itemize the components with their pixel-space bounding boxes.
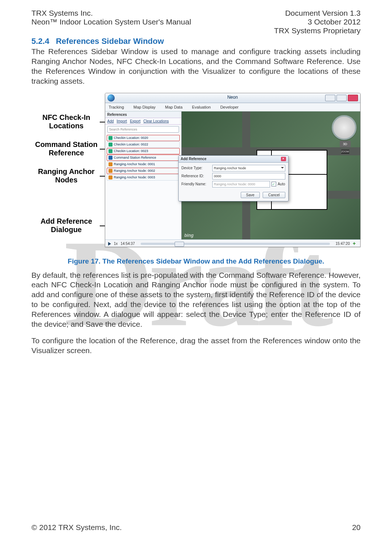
app-window: Neon Tracking Map Display Map Data Evalu… <box>105 93 361 247</box>
body-paragraph-3: To configure the location of the Referen… <box>31 336 361 356</box>
reference-item[interactable]: Checkin Location: 0023 <box>107 148 180 154</box>
header-product: Neon™ Indoor Location System User's Manu… <box>31 18 191 26</box>
header-version: Document Version 1.3 <box>285 9 361 18</box>
reference-item[interactable]: Ranging Anchor Node: 0001 <box>107 161 180 167</box>
menu-map-display[interactable]: Map Display <box>133 105 156 109</box>
add-button[interactable]: Add <box>107 119 114 123</box>
callout-command-station: Command Station Reference <box>32 140 101 157</box>
reference-label: Checkin Location: 0022 <box>114 143 148 146</box>
page-header: TRX Systems Inc. Neon™ Indoor Location S… <box>31 9 361 35</box>
dialog-close-icon[interactable]: × <box>281 157 286 161</box>
minimize-button[interactable] <box>325 95 335 101</box>
reference-icon <box>109 162 113 166</box>
footer-copyright: © 2012 TRX Systems, Inc. <box>31 523 122 532</box>
time-start: 14:54:37 <box>121 242 135 246</box>
page-number: 20 <box>352 523 361 532</box>
window-titlebar: Neon <box>105 93 360 103</box>
add-reference-dialog: Add Reference × Device Type: Ranging Anc… <box>178 155 289 201</box>
references-list: Checkin Location: 0020Checkin Location: … <box>105 134 181 181</box>
header-date: 3 October 2012 <box>308 18 361 26</box>
header-company: TRX Systems Inc. <box>31 9 191 18</box>
3d-toggle-button[interactable]: 3D <box>340 141 351 147</box>
device-type-label: Device Type: <box>182 166 210 170</box>
device-type-select[interactable]: Ranging Anchor Node <box>212 165 285 171</box>
bing-attribution: bing <box>184 233 194 238</box>
reference-label: Ranging Anchor Node: 0001 <box>114 162 155 166</box>
auto-checkbox[interactable]: ✓ <box>271 182 276 186</box>
intro-paragraph: The References Sidebar Window is used to… <box>31 47 361 86</box>
reference-item[interactable]: Checkin Location: 0020 <box>107 135 180 141</box>
menu-tracking[interactable]: Tracking <box>109 105 124 109</box>
sidebar-title: References <box>105 111 181 118</box>
section-number: 5.2.4 <box>31 37 49 46</box>
maximize-button[interactable] <box>336 95 347 101</box>
friendly-name-input[interactable]: Ranging Anchor Node: 0000 <box>212 181 270 188</box>
app-menubar: Tracking Map Display Map Data Evaluation… <box>105 103 360 111</box>
import-button[interactable]: Import <box>117 119 127 123</box>
figure-callouts: NFC Check-In Locations Command Station R… <box>32 93 101 247</box>
reference-label: Checkin Location: 0023 <box>114 149 148 153</box>
reference-item[interactable]: Checkin Location: 0022 <box>107 141 180 148</box>
app-logo-icon <box>107 94 115 102</box>
callout-ranging-anchor: Ranging Anchor Nodes <box>32 167 101 184</box>
dialog-title: Add Reference <box>181 157 207 161</box>
auto-label: Auto <box>278 182 285 186</box>
callout-nfc: NFC Check-In Locations <box>32 113 101 130</box>
figure-caption: Figure 17. The References Sidebar Window… <box>31 257 361 265</box>
reference-icon <box>109 156 113 160</box>
cancel-button[interactable]: Cancel <box>263 192 285 198</box>
friendly-name-label: Friendly Name: <box>182 182 210 186</box>
reference-item[interactable]: Command Station Reference <box>107 155 180 161</box>
time-end: 15:47:20 <box>336 242 350 246</box>
window-title: Neon <box>227 95 238 100</box>
playback-speed: 1x <box>114 242 118 246</box>
add-icon[interactable]: + <box>353 242 357 246</box>
reference-label: Ranging Anchor Node: 0003 <box>114 175 155 179</box>
reference-id-label: Reference ID: <box>182 174 210 178</box>
reference-icon <box>109 136 113 140</box>
section-title: References Sidebar Window <box>56 37 164 46</box>
reference-icon <box>109 169 113 173</box>
menu-developer[interactable]: Developer <box>220 105 239 109</box>
play-icon[interactable] <box>108 242 111 246</box>
close-button[interactable] <box>348 95 358 101</box>
header-proprietary: TRX Systems Proprietary <box>274 26 361 35</box>
search-input[interactable]: Search References <box>107 126 179 133</box>
zoom-label: ZOOM <box>341 150 349 154</box>
page-footer: © 2012 TRX Systems, Inc. 20 <box>31 523 361 532</box>
export-button[interactable]: Export <box>130 119 141 123</box>
compass-icon[interactable] <box>332 115 357 140</box>
reference-item[interactable]: Ranging Anchor Node: 0002 <box>107 168 180 174</box>
reference-icon <box>109 143 113 147</box>
menu-evaluation[interactable]: Evaluation <box>192 105 211 109</box>
references-sidebar: References Add Import Export Clear Locat… <box>105 111 182 239</box>
reference-label: Checkin Location: 0020 <box>114 136 148 140</box>
reference-label: Ranging Anchor Node: 0002 <box>114 169 155 173</box>
reference-icon <box>109 175 113 179</box>
save-button[interactable]: Save <box>241 192 260 198</box>
callout-add-reference-dialog: Add Reference Dialogue <box>32 217 101 234</box>
section-heading: 5.2.4References Sidebar Window <box>31 37 361 46</box>
clear-locations-button[interactable]: Clear Locations <box>144 119 169 123</box>
body-paragraph-2: By default, the references list is pre-p… <box>31 270 361 329</box>
reference-label: Command Station Reference <box>114 156 156 159</box>
sidebar-toolbar: Add Import Export Clear Locations <box>105 118 181 125</box>
figure-17: NFC Check-In Locations Command Station R… <box>32 93 361 247</box>
reference-item[interactable]: Ranging Anchor Node: 0003 <box>107 174 180 181</box>
menu-map-data[interactable]: Map Data <box>165 105 183 109</box>
reference-icon <box>109 149 113 153</box>
status-bar: 1x 14:54:37 15:47:20 + <box>105 239 360 247</box>
reference-id-input[interactable]: 0000 <box>212 173 285 179</box>
timeline-slider[interactable] <box>141 243 330 245</box>
